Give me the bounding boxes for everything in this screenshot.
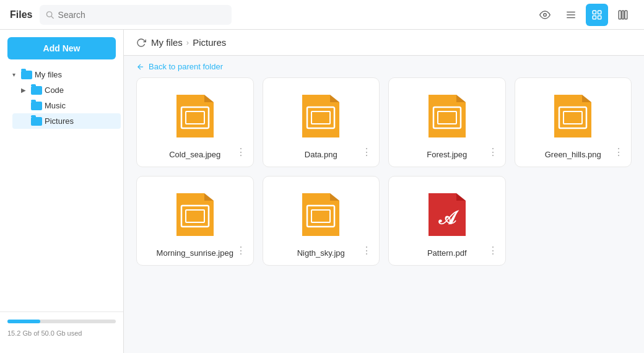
file-name-night-sky: Nigth_sky.jpg bbox=[271, 248, 372, 258]
file-name-data: Data.png bbox=[271, 150, 372, 159]
arrow-left-icon bbox=[136, 63, 145, 71]
file-card-cold-sea[interactable]: Cold_sea.jpeg ⋮ bbox=[136, 77, 254, 167]
columns-view-button[interactable] bbox=[612, 4, 634, 26]
svg-marker-23 bbox=[456, 95, 466, 102]
sidebar-item-my-files[interactable]: ▾ My files bbox=[2, 67, 121, 82]
search-wrap bbox=[40, 5, 232, 25]
file-icon-wrap bbox=[545, 88, 601, 144]
svg-line-1 bbox=[51, 16, 53, 18]
file-menu-forest[interactable]: ⋮ bbox=[485, 145, 500, 159]
back-label: Back to parent folder bbox=[149, 62, 223, 71]
breadcrumb-pictures: Pictures bbox=[193, 37, 226, 48]
file-card-data[interactable]: Data.png ⋮ bbox=[263, 77, 380, 167]
svg-marker-27 bbox=[582, 95, 591, 102]
file-name-forest: Forest.jpeg bbox=[396, 150, 498, 159]
file-menu-green-hills[interactable]: ⋮ bbox=[611, 145, 626, 159]
grid-icon bbox=[591, 9, 603, 20]
grid-view-button[interactable] bbox=[586, 4, 608, 26]
sidebar-item-music[interactable]: Music bbox=[12, 98, 121, 113]
file-card-forest[interactable]: Forest.jpeg ⋮ bbox=[388, 77, 506, 167]
search-input[interactable] bbox=[58, 10, 226, 20]
columns-icon bbox=[617, 9, 629, 20]
content-header: My files › Pictures bbox=[124, 30, 644, 56]
back-link[interactable]: Back to parent folder bbox=[136, 62, 632, 71]
svg-marker-15 bbox=[204, 95, 214, 102]
image-file-icon bbox=[296, 90, 346, 142]
refresh-button[interactable] bbox=[136, 38, 146, 48]
storage-text: 15.2 Gb of 50.0 Gb used bbox=[7, 329, 82, 337]
folder-code-icon bbox=[31, 86, 42, 95]
sidebar-item-code[interactable]: ▶ Code bbox=[12, 82, 121, 98]
sidebar-pictures-label: Pictures bbox=[45, 116, 116, 126]
file-menu-morning-sunrise[interactable]: ⋮ bbox=[233, 243, 248, 258]
svg-rect-8 bbox=[593, 15, 596, 19]
sidebar-item-pictures[interactable]: Pictures bbox=[12, 113, 121, 129]
svg-point-2 bbox=[544, 13, 547, 16]
svg-marker-19 bbox=[330, 95, 339, 102]
image-file-icon bbox=[422, 90, 472, 142]
sidebar-item-label: My files bbox=[35, 70, 116, 79]
file-menu-data[interactable]: ⋮ bbox=[359, 145, 374, 159]
main-layout: Add New ▾ My files ▶ Code Music bbox=[0, 30, 644, 353]
file-icon-wrap: 𝒜 bbox=[419, 186, 475, 242]
list-view-button[interactable] bbox=[560, 4, 582, 26]
expand-code-icon: ▶ bbox=[19, 87, 28, 94]
file-tree: ▾ My files ▶ Code Music bbox=[0, 67, 123, 312]
file-card-morning-sunrise[interactable]: Morning_sunrise.jpeg ⋮ bbox=[136, 176, 254, 266]
list-icon bbox=[565, 9, 577, 20]
file-icon-wrap bbox=[419, 88, 475, 144]
eye-button[interactable] bbox=[534, 4, 556, 26]
content-area: My files › Pictures Back to parent folde… bbox=[124, 30, 644, 353]
breadcrumb: My files › Pictures bbox=[151, 37, 226, 48]
storage-bar-fill bbox=[7, 320, 40, 323]
svg-rect-12 bbox=[625, 11, 627, 19]
back-bar: Back to parent folder bbox=[124, 56, 644, 77]
expand-icon: ▾ bbox=[9, 71, 19, 78]
file-icon-wrap bbox=[293, 88, 349, 144]
sidebar-code-label: Code bbox=[45, 85, 116, 95]
folder-pictures-icon bbox=[31, 117, 42, 126]
file-name-pattern: Pattern.pdf bbox=[396, 248, 498, 258]
file-name-cold-sea: Cold_sea.jpeg bbox=[144, 150, 246, 159]
topbar: Files bbox=[0, 0, 644, 30]
add-new-button[interactable]: Add New bbox=[7, 37, 116, 59]
svg-rect-7 bbox=[598, 11, 601, 14]
storage-bar-bg bbox=[7, 320, 116, 323]
folder-music-icon bbox=[31, 102, 42, 110]
image-file-icon bbox=[296, 188, 346, 241]
search-icon bbox=[46, 11, 54, 19]
file-menu-cold-sea[interactable]: ⋮ bbox=[233, 145, 248, 159]
sidebar-footer: 15.2 Gb of 50.0 Gb used bbox=[0, 312, 123, 346]
sidebar-music-label: Music bbox=[45, 101, 116, 110]
svg-rect-11 bbox=[622, 11, 624, 19]
topbar-actions bbox=[534, 4, 634, 26]
svg-rect-10 bbox=[619, 11, 621, 19]
svg-marker-31 bbox=[204, 193, 214, 201]
folder-icon bbox=[21, 71, 32, 79]
svg-marker-35 bbox=[330, 193, 339, 201]
file-name-green-hills: Green_hills.png bbox=[523, 150, 624, 159]
svg-marker-39 bbox=[456, 193, 466, 201]
svg-rect-9 bbox=[598, 15, 601, 19]
file-icon-wrap bbox=[293, 186, 349, 242]
file-card-green-hills[interactable]: Green_hills.png ⋮ bbox=[515, 77, 632, 167]
files-grid: Cold_sea.jpeg ⋮ Data.png ⋮ bbox=[124, 77, 644, 278]
breadcrumb-separator: › bbox=[186, 38, 189, 47]
eye-icon bbox=[539, 9, 550, 20]
file-menu-pattern[interactable]: ⋮ bbox=[485, 243, 500, 258]
image-file-icon bbox=[170, 90, 220, 142]
svg-rect-6 bbox=[593, 11, 596, 14]
file-card-pattern[interactable]: 𝒜 Pattern.pdf ⋮ bbox=[388, 176, 506, 266]
image-file-icon bbox=[170, 188, 220, 241]
file-icon-wrap bbox=[167, 186, 223, 242]
file-icon-wrap bbox=[167, 88, 223, 144]
file-menu-night-sky[interactable]: ⋮ bbox=[359, 243, 374, 258]
image-file-icon bbox=[548, 90, 598, 142]
refresh-icon bbox=[136, 38, 146, 48]
file-card-night-sky[interactable]: Nigth_sky.jpg ⋮ bbox=[263, 176, 380, 266]
sidebar: Add New ▾ My files ▶ Code Music bbox=[0, 30, 124, 353]
file-name-morning-sunrise: Morning_sunrise.jpeg bbox=[144, 248, 246, 258]
breadcrumb-my-files[interactable]: My files bbox=[151, 37, 183, 48]
app-title: Files bbox=[10, 9, 32, 20]
tree-children-my-files: ▶ Code Music Pictures bbox=[0, 82, 123, 129]
